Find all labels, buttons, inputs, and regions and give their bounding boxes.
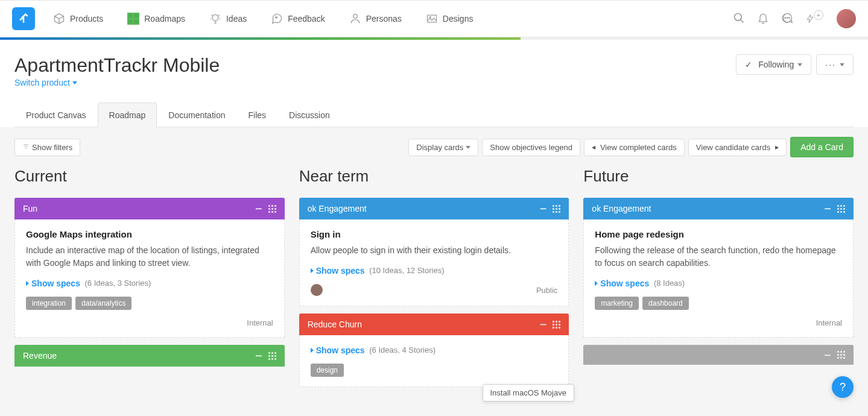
nav-items: Products Roadmaps Ideas Feedback Persona…	[53, 13, 733, 25]
swimlane-header[interactable]: ok Engagement −	[583, 198, 854, 219]
caret-right-icon	[595, 281, 598, 286]
swimlane-header[interactable]: −	[583, 345, 854, 365]
tag[interactable]: data/analytics	[75, 297, 131, 310]
card[interactable]: Show specs (6 Ideas, 4 Stories)design	[299, 335, 569, 387]
nav-ideas[interactable]: Ideas	[209, 13, 247, 25]
columns: Current Fun − Google Maps integrationInc…	[0, 167, 868, 409]
view-candidate-button[interactable]: View candidate cards	[688, 139, 787, 156]
collapse-icon[interactable]: −	[540, 321, 547, 327]
bolt-add-icon[interactable]: +	[805, 13, 825, 25]
page-header: ApartmentTrackr Mobile Switch product Fo…	[0, 40, 868, 127]
swimlane-label: Revenue	[23, 351, 57, 361]
svg-point-8	[735, 13, 742, 20]
specs-meta: (6 Ideas, 3 Stories)	[83, 279, 151, 288]
bell-icon[interactable]	[757, 12, 769, 26]
swimlane-header[interactable]: ok Engagement −	[299, 198, 569, 219]
nav-roadmaps[interactable]: Roadmaps	[127, 13, 185, 25]
grip-icon[interactable]	[553, 321, 560, 329]
add-card-button[interactable]: Add a Card	[790, 137, 854, 157]
tag[interactable]: dashboard	[642, 297, 689, 310]
show-specs-link[interactable]: Show specs	[595, 279, 649, 288]
card-title: Google Maps integration	[26, 229, 273, 239]
nav-personas[interactable]: Personas	[349, 13, 402, 25]
check-icon	[745, 60, 755, 69]
image-icon	[426, 13, 438, 25]
collapse-icon[interactable]: −	[255, 206, 262, 212]
card[interactable]: Sign inAllow people to sign in with thei…	[299, 219, 569, 306]
collapse-icon[interactable]: −	[255, 353, 262, 359]
chevron-down-icon	[797, 63, 802, 66]
swimlane-header[interactable]: Reduce Churn −	[299, 314, 569, 335]
page-title: ApartmentTrackr Mobile	[14, 54, 220, 77]
tab-files[interactable]: Files	[236, 102, 277, 127]
assignee-avatar[interactable]	[311, 284, 323, 296]
nav-label: Feedback	[288, 14, 325, 24]
top-nav: Products Roadmaps Ideas Feedback Persona…	[0, 0, 868, 37]
tab-roadmap[interactable]: Roadmap	[98, 102, 157, 127]
show-specs-link[interactable]: Show specs	[311, 266, 365, 276]
os-notification-tooltip: Install macOS Mojave	[483, 384, 574, 402]
chevron-down-icon	[466, 146, 470, 149]
collapse-icon[interactable]: −	[824, 206, 831, 212]
show-filters-button[interactable]: Show filters	[14, 139, 80, 156]
grip-icon[interactable]	[837, 205, 845, 213]
heart-chat-icon	[271, 13, 283, 25]
grid-icon	[127, 13, 139, 25]
tab-documentation[interactable]: Documentation	[157, 102, 236, 127]
view-completed-button[interactable]: View completed cards	[584, 139, 685, 156]
nav-label: Products	[70, 14, 103, 24]
svg-rect-2	[128, 20, 133, 24]
visibility-label: Internal	[247, 318, 273, 327]
objectives-legend-button[interactable]: Show objectives legend	[482, 139, 580, 156]
card[interactable]: Home page redesignFollowing the release …	[583, 219, 854, 338]
show-specs-link[interactable]: Show specs	[311, 345, 365, 355]
nav-label: Designs	[443, 14, 474, 24]
more-menu-button[interactable]: ···	[816, 54, 854, 75]
specs-meta: (10 Ideas, 12 Stories)	[367, 266, 445, 275]
help-button[interactable]: ?	[832, 376, 854, 398]
cube-icon	[53, 13, 65, 25]
tag[interactable]: design	[311, 364, 344, 377]
lightbulb-icon	[209, 13, 221, 25]
svg-point-4	[212, 14, 218, 20]
specs-meta: (8 Ideas)	[651, 279, 685, 288]
grip-icon[interactable]	[268, 352, 276, 360]
tags: design	[311, 364, 558, 377]
swimlane-label: ok Engagement	[592, 204, 651, 213]
following-button[interactable]: Following	[736, 54, 811, 75]
card-title: Home page redesign	[595, 229, 842, 239]
swimlane-header[interactable]: Fun −	[14, 198, 285, 219]
card-title: Sign in	[311, 229, 558, 239]
grip-icon[interactable]	[837, 351, 845, 359]
card-description: Following the release of the search func…	[595, 244, 842, 269]
chat-icon[interactable]	[781, 12, 793, 26]
column: Current Fun − Google Maps integrationInc…	[14, 167, 285, 374]
tag[interactable]: marketing	[595, 297, 639, 310]
card[interactable]: Google Maps integrationInclude an intera…	[14, 219, 285, 338]
visibility-label: Public	[536, 286, 557, 295]
display-cards-button[interactable]: Display cards	[408, 139, 478, 156]
collapse-icon[interactable]: −	[824, 352, 831, 358]
tab-discussion[interactable]: Discussion	[277, 102, 341, 127]
nav-designs[interactable]: Designs	[426, 13, 474, 25]
tab-product-canvas[interactable]: Product Canvas	[14, 102, 98, 127]
tag[interactable]: integration	[26, 297, 72, 310]
column: Near term ok Engagement − Sign inAllow p…	[299, 167, 569, 394]
avatar[interactable]	[837, 9, 856, 28]
column-title: Current	[14, 167, 285, 186]
svg-point-9	[785, 17, 786, 18]
chevron-down-icon	[72, 81, 77, 84]
grip-icon[interactable]	[268, 205, 276, 213]
nav-feedback[interactable]: Feedback	[271, 13, 325, 25]
caret-right-icon	[26, 281, 29, 286]
switch-product-link[interactable]: Switch product	[14, 78, 77, 87]
nav-products[interactable]: Products	[53, 13, 103, 25]
search-icon[interactable]	[733, 12, 745, 26]
app-logo[interactable]	[12, 7, 35, 30]
svg-rect-1	[135, 14, 139, 18]
dots-icon: ···	[825, 60, 836, 69]
swimlane-header[interactable]: Revenue −	[14, 345, 285, 367]
show-specs-link[interactable]: Show specs	[26, 279, 80, 288]
collapse-icon[interactable]: −	[540, 206, 547, 212]
grip-icon[interactable]	[553, 205, 560, 213]
